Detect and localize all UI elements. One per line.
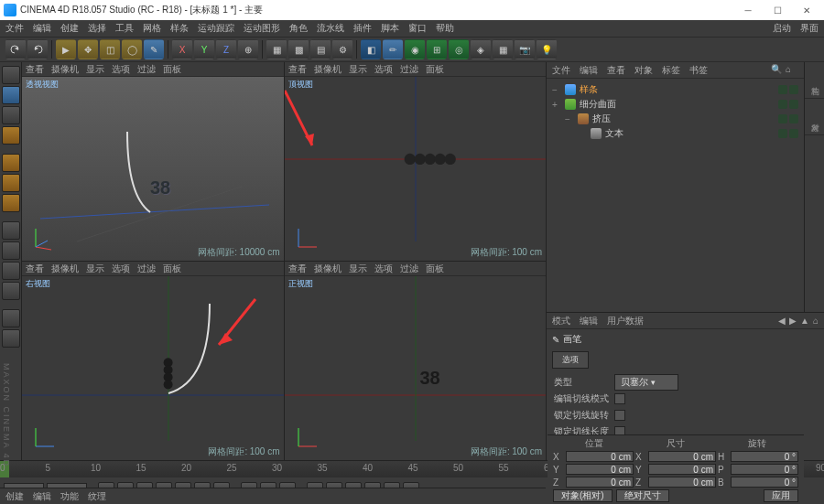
viewport-right[interactable]: 右视图 ⬤⬤⬤⬤ 网格间距: 100 cm xyxy=(22,276,284,460)
make-editable[interactable] xyxy=(2,66,20,84)
menu-help[interactable]: 帮助 xyxy=(436,22,454,35)
viewport-perspective[interactable]: 透视视图 38 网格间距: 10000 cm xyxy=(22,77,284,261)
poly-mode[interactable] xyxy=(2,194,20,212)
close-button[interactable]: ✕ xyxy=(793,2,820,18)
locked-button[interactable] xyxy=(2,309,20,327)
minimize-button[interactable]: ─ xyxy=(734,2,762,18)
up-icon[interactable]: ▲ xyxy=(800,316,809,326)
next-icon[interactable]: ▶ xyxy=(789,316,797,326)
coord-mode-select[interactable]: 对象(相对) xyxy=(553,489,613,502)
menu-pipeline[interactable]: 流水线 xyxy=(317,22,344,35)
layout-label: 启动 xyxy=(773,22,791,35)
light[interactable]: 💡 xyxy=(537,39,557,59)
redo-button[interactable] xyxy=(27,39,48,59)
edit-tangent-checkbox[interactable] xyxy=(614,393,625,404)
svg-line-0 xyxy=(40,205,269,219)
tree-label: 挤压 xyxy=(592,113,611,125)
edge-mode[interactable] xyxy=(2,174,20,192)
render-picture[interactable]: ▤ xyxy=(310,39,331,59)
type-select[interactable]: 贝塞尔 ▾ xyxy=(614,374,678,391)
scene-text: 38 xyxy=(150,177,170,198)
tree-label: 文本 xyxy=(605,127,623,140)
scene-text-top: ⬤⬤⬤⬤⬤ xyxy=(404,152,454,165)
render-view[interactable]: ▦ xyxy=(266,39,287,59)
prim-subd[interactable]: ◉ xyxy=(405,39,425,59)
environment[interactable]: ▦ xyxy=(493,39,513,59)
render-region[interactable]: ▩ xyxy=(288,39,309,59)
tweak-mode[interactable] xyxy=(2,329,20,348)
viewport-top[interactable]: 顶视图 ⬤⬤⬤⬤⬤ 网格间距: 100 cm xyxy=(285,77,547,261)
deformer[interactable]: ◈ xyxy=(471,39,491,59)
model-mode[interactable] xyxy=(2,86,20,104)
menu-tracker[interactable]: 运动跟踪 xyxy=(198,22,234,35)
snap-toggle[interactable] xyxy=(2,262,20,280)
sidetab-2[interactable]: 对象 xyxy=(805,99,824,135)
coordinates-panel: 位置尺寸旋转 X0 cmX0 cmH0 °Y0 cmY0 cmP0 °Z0 cm… xyxy=(548,434,804,486)
menu-create[interactable]: 创建 xyxy=(60,22,79,35)
coord-size-select[interactable]: 绝对尺寸 xyxy=(616,489,669,502)
rotate-tool[interactable]: ◯ xyxy=(122,39,142,59)
axis-mode[interactable] xyxy=(2,221,20,240)
sidetab-1[interactable]: 构造 xyxy=(805,62,824,99)
scale-tool[interactable]: ◫ xyxy=(100,39,120,59)
toolbar: ▶ ✥ ◫ ◯ ✎ X Y Z ⊕ ▦ ▩ ▤ ⚙ ◧ ✏ ◉ ⊞ ◎ ◈ ▦ … xyxy=(0,37,824,62)
workplane-snap[interactable] xyxy=(2,282,20,300)
undo-button[interactable] xyxy=(5,39,26,59)
render-settings[interactable]: ⚙ xyxy=(332,39,352,59)
vp-menu[interactable]: 查看 xyxy=(26,63,44,76)
move-tool[interactable]: ✥ xyxy=(78,39,98,59)
menu-window[interactable]: 窗口 xyxy=(408,22,427,35)
menu-bar: 文件 编辑 创建 选择 工具 网格 样条 运动跟踪 运动图形 角色 流水线 插件… xyxy=(0,20,824,37)
object-manager: 文件编辑查看对象标签书签 🔍⌂ −样条+细分曲面−挤压文本 xyxy=(547,62,804,312)
coord-system[interactable]: ⊕ xyxy=(238,39,258,59)
camera[interactable]: 📷 xyxy=(515,39,535,59)
recent-tool[interactable]: ✎ xyxy=(144,39,164,59)
menu-tools[interactable]: 工具 xyxy=(115,22,134,35)
tree-row[interactable]: 文本 xyxy=(552,126,798,141)
menu-character[interactable]: 角色 xyxy=(289,22,308,35)
svg-line-4 xyxy=(36,241,48,247)
tree-label: 样条 xyxy=(580,83,598,96)
tree-icon xyxy=(565,84,576,95)
layout-mode[interactable]: 界面 xyxy=(800,22,819,35)
menu-script[interactable]: 脚本 xyxy=(381,22,399,35)
axis-y-toggle[interactable]: Y xyxy=(194,39,214,59)
menu-mesh[interactable]: 网格 xyxy=(143,22,161,35)
select-tool[interactable]: ▶ xyxy=(56,39,76,59)
svg-marker-12 xyxy=(219,333,233,345)
menu-edit[interactable]: 编辑 xyxy=(33,22,51,35)
axis-x-toggle[interactable]: X xyxy=(172,39,192,59)
point-mode[interactable] xyxy=(2,154,20,172)
tree-row[interactable]: +细分曲面 xyxy=(552,97,798,112)
prev-icon[interactable]: ◀ xyxy=(778,316,786,326)
viewport-front[interactable]: 正视图 38 网格间距: 100 cm xyxy=(285,276,547,460)
prim-array[interactable]: ⊞ xyxy=(427,39,447,59)
window-title: CINEMA 4D R18.057 Studio (RC - R18) - [未… xyxy=(20,4,263,16)
prim-pen[interactable]: ✏ xyxy=(383,39,403,59)
lock-rotation-checkbox[interactable] xyxy=(614,410,625,421)
menu-file[interactable]: 文件 xyxy=(5,22,24,35)
tree-icon xyxy=(578,113,589,124)
viewport-solo[interactable] xyxy=(2,241,20,260)
prim-instance[interactable]: ◎ xyxy=(449,39,469,59)
svg-line-2 xyxy=(36,247,51,250)
home-icon[interactable]: ⌂ xyxy=(786,64,798,77)
app-logo-icon xyxy=(4,4,16,16)
tree-icon xyxy=(565,99,576,110)
apply-button[interactable]: 应用 xyxy=(764,489,798,502)
menu-mograph[interactable]: 运动图形 xyxy=(244,22,280,35)
tree-row[interactable]: −挤压 xyxy=(552,112,798,126)
menu-spline[interactable]: 样条 xyxy=(170,22,189,35)
texture-mode[interactable] xyxy=(2,106,20,124)
axis-z-toggle[interactable]: Z xyxy=(216,39,236,59)
home-icon[interactable]: ⌂ xyxy=(813,316,819,326)
attr-tab-options[interactable]: 选项 xyxy=(552,351,589,369)
maximize-button[interactable]: ☐ xyxy=(764,2,791,18)
tree-row[interactable]: −样条 xyxy=(552,82,798,97)
menu-select[interactable]: 选择 xyxy=(88,22,106,35)
prim-cube[interactable]: ◧ xyxy=(361,39,381,59)
menu-plugins[interactable]: 插件 xyxy=(353,22,372,35)
pen-icon: ✎ xyxy=(552,335,559,345)
search-icon[interactable]: 🔍 xyxy=(771,64,784,77)
workplane-mode[interactable] xyxy=(2,126,20,145)
